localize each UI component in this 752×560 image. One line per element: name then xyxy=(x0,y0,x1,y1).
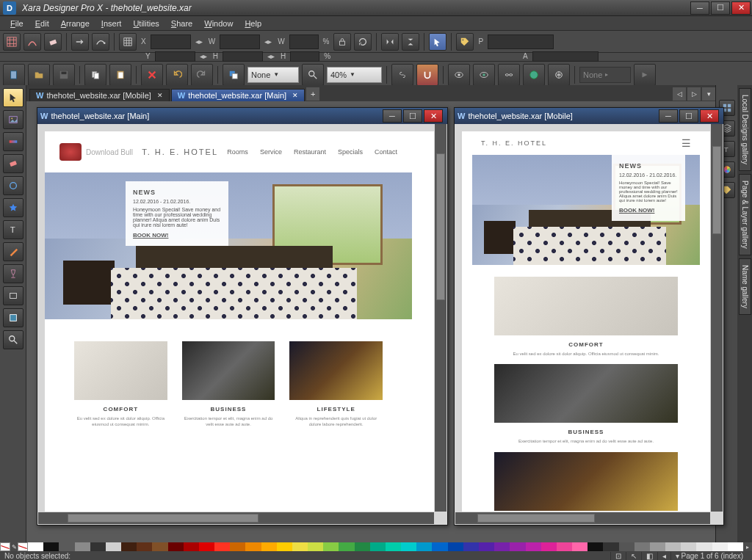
zoom-dropdown[interactable]: 40% ▼ xyxy=(327,67,382,83)
color-swatch-0[interactable] xyxy=(28,542,43,551)
color-swatch-41[interactable] xyxy=(665,542,681,551)
color-swatch-20[interactable] xyxy=(339,542,354,551)
no-color-swatch[interactable] xyxy=(0,542,10,551)
doc-window-main[interactable]: W thehotel_website.xar [Main] ─ ☐ ✕ Down… xyxy=(37,107,448,526)
color-swatch-26[interactable] xyxy=(432,542,447,551)
status-live-icon[interactable]: ◧ xyxy=(641,552,657,560)
color-swatch-42[interactable] xyxy=(681,542,696,551)
h-pct-input[interactable] xyxy=(290,51,319,62)
scrollbar-v-main[interactable] xyxy=(435,124,446,512)
doc-maximize-main[interactable]: ☐ xyxy=(403,109,422,123)
save-file-icon[interactable] xyxy=(53,64,75,86)
color-swatch-25[interactable] xyxy=(416,542,432,551)
color-swatch-2[interactable] xyxy=(59,542,74,551)
color-swatch-37[interactable] xyxy=(603,542,618,551)
color-swatch-8[interactable] xyxy=(152,542,167,551)
name-dropdown[interactable]: None ▸ xyxy=(579,67,631,83)
doc-maximize-mobile[interactable]: ☐ xyxy=(679,109,698,123)
link-chain-icon[interactable] xyxy=(498,64,520,86)
w-input[interactable] xyxy=(220,34,260,49)
window-close-button[interactable]: ✕ xyxy=(731,1,751,15)
menu-insert[interactable]: Insert xyxy=(95,18,128,29)
text-tool[interactable]: T xyxy=(3,220,24,239)
color-swatch-33[interactable] xyxy=(541,542,557,551)
color-swatch-6[interactable] xyxy=(121,542,137,551)
open-file-icon[interactable] xyxy=(28,64,50,86)
color-swatch-45[interactable] xyxy=(728,542,743,551)
color-swatch-36[interactable] xyxy=(588,542,603,551)
tab-nav-left[interactable]: ◁ xyxy=(673,87,686,101)
w-pct-input[interactable] xyxy=(289,34,319,49)
doc-minimize-main[interactable]: ─ xyxy=(383,109,402,123)
magnify-tool[interactable] xyxy=(3,330,24,349)
undo-icon[interactable] xyxy=(166,64,188,86)
color-swatch-32[interactable] xyxy=(526,542,541,551)
preview-icon[interactable] xyxy=(448,64,470,86)
color-swatch-44[interactable] xyxy=(712,542,728,551)
menu-edit[interactable]: Edit xyxy=(29,18,55,29)
color-swatch-1[interactable] xyxy=(43,542,59,551)
tag-icon[interactable] xyxy=(456,33,474,51)
color-swatch-34[interactable] xyxy=(557,542,572,551)
flip-h-icon[interactable] xyxy=(381,33,399,51)
menu-help[interactable]: Help xyxy=(239,18,267,29)
selector-tool[interactable] xyxy=(3,88,24,107)
doc-close-mobile[interactable]: ✕ xyxy=(700,109,719,123)
refresh-icon[interactable] xyxy=(354,33,372,51)
menu-share[interactable]: Share xyxy=(165,18,198,29)
status-snap-icon[interactable]: ⊡ xyxy=(610,552,626,560)
no-color-swatch-2[interactable] xyxy=(18,542,28,551)
grid-toggle-icon[interactable] xyxy=(119,33,137,51)
new-tab-button[interactable]: + xyxy=(306,87,319,101)
color-scroll-right[interactable]: ▸ xyxy=(743,542,752,551)
color-swatch-12[interactable] xyxy=(214,542,230,551)
shape-tool[interactable] xyxy=(3,176,24,195)
window-maximize-button[interactable]: ☐ xyxy=(711,1,730,15)
rail-tab-0[interactable]: Local Designs gallery xyxy=(739,88,751,171)
color-bar[interactable]: ✎ ▸ xyxy=(0,542,752,551)
color-swatch-3[interactable] xyxy=(75,542,90,551)
page-prev-button[interactable]: ◂ xyxy=(657,552,670,560)
color-swatch-14[interactable] xyxy=(245,542,261,551)
color-swatch-5[interactable] xyxy=(106,542,121,551)
color-swatch-13[interactable] xyxy=(230,542,245,551)
menu-utilities[interactable]: Utilities xyxy=(127,18,164,29)
doc-close-main[interactable]: ✕ xyxy=(424,109,443,123)
canvas-main[interactable]: Download Bull T. H. E. HOTEL RoomsServic… xyxy=(37,124,447,525)
doc-tab-1[interactable]: Wthehotel_website.xar [Main]✕ xyxy=(171,89,305,101)
zoom-tool-icon[interactable] xyxy=(302,64,324,86)
status-cursor-icon[interactable]: ↖ xyxy=(626,552,641,560)
color-swatch-28[interactable] xyxy=(463,542,479,551)
copy-icon[interactable] xyxy=(84,64,106,86)
lock-aspect-icon[interactable] xyxy=(333,33,351,51)
color-swatch-27[interactable] xyxy=(448,542,463,551)
x-input[interactable] xyxy=(151,34,191,49)
color-swatch-21[interactable] xyxy=(355,542,370,551)
a-input[interactable] xyxy=(532,51,599,62)
fill-none-dropdown[interactable]: None ▼ xyxy=(247,67,299,83)
color-swatch-23[interactable] xyxy=(386,542,401,551)
curve-tool-icon[interactable] xyxy=(92,33,109,51)
doc-title-bar-main[interactable]: W thehotel_website.xar [Main] ─ ☐ ✕ xyxy=(37,108,447,124)
crop-tool[interactable] xyxy=(3,308,24,327)
link-icon[interactable] xyxy=(391,64,413,86)
color-swatch-24[interactable] xyxy=(401,542,416,551)
pen-tool[interactable] xyxy=(3,242,24,261)
paste-icon[interactable] xyxy=(109,64,131,86)
gradient-tool[interactable] xyxy=(3,132,24,151)
new-file-icon[interactable] xyxy=(3,64,25,86)
tab-menu[interactable]: ▾ xyxy=(702,87,715,101)
doc-title-bar-mobile[interactable]: W thehotel_website.xar [Mobile] ─ ☐ ✕ xyxy=(455,108,723,124)
photo-tool[interactable] xyxy=(3,110,24,129)
window-minimize-button[interactable]: ─ xyxy=(690,1,709,15)
doc-tab-0[interactable]: Wthehotel_website.xar [Mobile]✕ xyxy=(29,89,170,101)
color-swatch-39[interactable] xyxy=(634,542,650,551)
color-swatch-43[interactable] xyxy=(696,542,712,551)
rail-tab-2[interactable]: Name gallery xyxy=(739,258,751,315)
menu-window[interactable]: Window xyxy=(198,18,239,29)
delete-icon[interactable] xyxy=(141,64,163,86)
color-swatch-38[interactable] xyxy=(619,542,634,551)
flip-v-icon[interactable] xyxy=(402,33,419,51)
bezier-icon[interactable] xyxy=(24,33,41,51)
eraser-icon[interactable] xyxy=(44,33,62,51)
